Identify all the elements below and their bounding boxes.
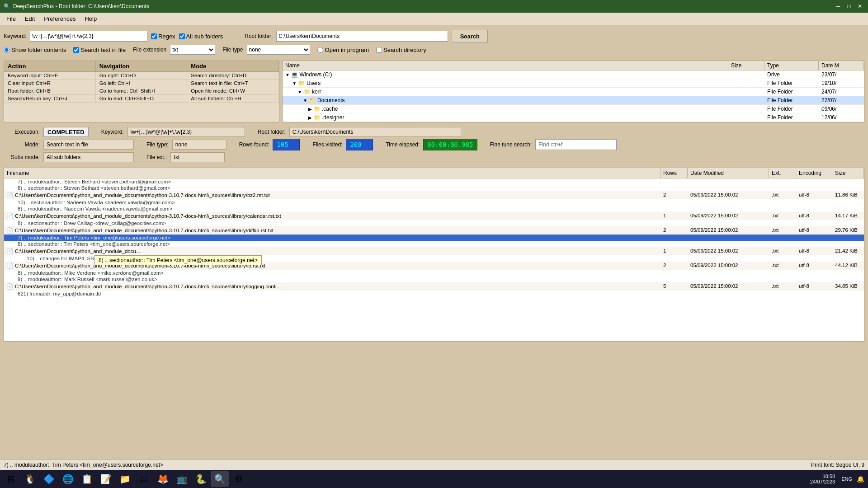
match-row-7[interactable]: 8) .. sectionauthor:: Tim Peters <tim_on… xyxy=(4,241,864,247)
taskbar-app-9[interactable]: 📺 xyxy=(173,471,191,487)
tree-type-cache: File Folder xyxy=(764,105,819,113)
tree-row-users[interactable]: ▼ 📁 Users File Folder 19/10/ xyxy=(283,79,864,88)
taskbar-app-11[interactable]: 🔍 xyxy=(211,471,229,487)
tree-row-documents[interactable]: ▼ 📁 Documents File Folder 22/07/ xyxy=(283,96,864,105)
date-col-header[interactable]: Date M xyxy=(819,61,864,70)
taskbar-app-8[interactable]: 🦊 xyxy=(154,471,172,487)
taskbar-app-4[interactable]: 📋 xyxy=(78,471,96,487)
root-folder-input[interactable] xyxy=(276,31,448,42)
show-folder-label: Show folder contents xyxy=(11,47,66,53)
taskbar-app-7[interactable]: 🗂 xyxy=(135,471,153,487)
match-row-10[interactable]: 9) .. moduleauthor:: Mark Russell <mark.… xyxy=(4,276,864,282)
minimize-button[interactable]: ─ xyxy=(834,2,843,10)
filename-header[interactable]: Filename xyxy=(4,168,660,178)
expand-designer[interactable]: ▶ xyxy=(308,115,312,120)
taskbar-app-3[interactable]: 🌐 xyxy=(59,471,77,487)
tree-row-cache[interactable]: ▶ 📁 .cache File Folder 09/06/ xyxy=(283,105,864,113)
expand-windows[interactable]: ▼ xyxy=(285,72,290,77)
file-row-calendar[interactable]: 📄 C:\Users\kerr\Documents\python_and_mod… xyxy=(4,212,864,220)
search-button[interactable]: Search xyxy=(452,30,488,42)
ext-header[interactable]: Ext. xyxy=(769,168,796,178)
match-row-5[interactable]: 8) .. sectionauthor:: Drew Csillag <drew… xyxy=(4,220,864,226)
expand-users[interactable]: ▼ xyxy=(292,81,297,86)
allsubfolders-checkbox-label[interactable]: All sub folders xyxy=(179,33,223,40)
menu-edit[interactable]: Edit xyxy=(20,14,39,24)
expand-documents[interactable]: ▼ xyxy=(303,98,307,103)
search-text-checkbox-label[interactable]: Search text in file xyxy=(73,47,126,53)
tree-row-designer[interactable]: ▶ 📁 .designer File Folder 12/06/ xyxy=(283,113,864,122)
file-type-select[interactable]: none xyxy=(247,45,310,55)
search-text-checkbox[interactable] xyxy=(73,47,79,53)
keyword-status-label: Keyword: xyxy=(101,129,124,135)
taskbar-app-12[interactable]: ⚙ xyxy=(230,471,248,487)
match-row-3[interactable]: 10) .. sectionauthor:: Nadeem Vawda <nad… xyxy=(4,199,864,206)
files-value: 209 xyxy=(346,139,373,150)
subs-value: All sub folders xyxy=(43,152,134,162)
file-extension-select[interactable]: txt xyxy=(170,45,215,55)
filetree-panel: Name Size Type Date M ▼ 💻 Windows (C:) D… xyxy=(282,61,864,122)
name-col-header[interactable]: Name xyxy=(283,61,728,70)
match-row-1[interactable]: 7) .. moduleauthor:: Steven Bethard <ste… xyxy=(4,178,864,185)
match-row-6[interactable]: 7) .. moduleauthor:: Tim Peters <tim_one… xyxy=(4,235,864,241)
show-folder-contents-radio[interactable]: Show folder contents xyxy=(4,47,66,53)
maximize-button[interactable]: □ xyxy=(844,2,854,10)
match-row-2[interactable]: 8) .. sectionauthor:: Steven Bethard <st… xyxy=(4,185,864,191)
file-path-bz2: 📄 C:\Users\kerr\Documents\python_and_mod… xyxy=(4,191,660,199)
taskbar-notify[interactable]: 🔔 xyxy=(855,475,866,483)
taskbar-app-2[interactable]: 🔷 xyxy=(40,471,58,487)
tree-row-kerr[interactable]: ▼ 📁 kerr File Folder 24/07/ xyxy=(283,88,864,96)
file-rows-calendar: 1 xyxy=(660,212,688,220)
taskbar-app-10[interactable]: 🐍 xyxy=(192,471,210,487)
taskbar-app-5[interactable]: 📝 xyxy=(97,471,115,487)
size-col-header[interactable]: Size xyxy=(728,61,764,70)
results-header: Filename Rows Date Modified Ext. Encodin… xyxy=(4,168,864,178)
close-button[interactable]: ✕ xyxy=(855,2,864,10)
mode-3: Open file mode: Ctrl+W xyxy=(187,87,279,94)
main-content: Keyword: Regex All sub folders Root fold… xyxy=(0,25,868,344)
regex-checkbox-label[interactable]: Regex xyxy=(151,33,175,40)
search-dir-checkbox-label[interactable]: Search directory xyxy=(376,47,426,53)
file-size-bz2: 11.86 KiB xyxy=(832,191,864,199)
open-in-program-radio[interactable]: Open in program xyxy=(317,47,369,53)
menu-file[interactable]: File xyxy=(2,14,20,24)
date-modified-header[interactable]: Date Modified xyxy=(688,168,769,178)
match-row-4[interactable]: 8) .. moduleauthor:: Nadeem Vawda <nadee… xyxy=(4,206,864,212)
match-row-11[interactable]: 621) fromaddr: my_app@domain.tld xyxy=(4,291,864,297)
file-icon-logging: 📄 xyxy=(7,283,13,290)
menu-preferences[interactable]: Preferences xyxy=(39,14,80,24)
taskbar-app-1[interactable]: 🐧 xyxy=(21,471,39,487)
regex-checkbox[interactable] xyxy=(151,33,157,39)
size-header[interactable]: Size xyxy=(832,168,864,178)
file-ext-4: .txt xyxy=(769,247,796,255)
encoding-header[interactable]: Encoding xyxy=(796,168,832,178)
search-dir-checkbox[interactable] xyxy=(376,47,382,53)
mode-2: Search text in file: Ctrl+T xyxy=(187,80,279,87)
action-1: Keyword input: Ctrl+E xyxy=(4,72,96,79)
menu-help[interactable]: Help xyxy=(80,14,101,24)
file-date-calendar: 05/09/2022 15:00:02 xyxy=(688,212,769,220)
tree-row-windows[interactable]: ▼ 💻 Windows (C:) Drive 23/07/ xyxy=(283,70,864,79)
tree-type-windows: Drive xyxy=(764,70,819,79)
file-row-4[interactable]: 📄 C:\Users\kerr\Documents\python_and_mod… xyxy=(4,247,864,255)
taskbar-app-6[interactable]: 📁 xyxy=(116,471,134,487)
expand-cache[interactable]: ▶ xyxy=(308,107,312,112)
expand-kerr[interactable]: ▼ xyxy=(297,89,302,94)
mode-text: Search text in file xyxy=(47,141,88,148)
file-row-difflib[interactable]: 📄 C:\Users\kerr\Documents\python_and_mod… xyxy=(4,226,864,235)
shortcut-row-1: Keyword input: Ctrl+E Go right: Ctrl+O S… xyxy=(4,72,279,80)
rows-header[interactable]: Rows xyxy=(660,168,688,178)
tree-name-designer: ▶ 📁 .designer xyxy=(283,113,728,122)
folder-icon-designer: 📁 xyxy=(314,114,321,121)
time-label: Time elapsed: xyxy=(386,141,420,148)
file-row-logging[interactable]: 📄 C:\Users\kerr\Documents\python_and_mod… xyxy=(4,282,864,291)
finetune-input[interactable] xyxy=(535,139,617,150)
type-col-header[interactable]: Type xyxy=(764,61,819,70)
fileext-text: txt xyxy=(174,154,179,160)
keyword-input[interactable] xyxy=(30,31,147,42)
start-button[interactable]: ⊞ xyxy=(2,471,20,487)
match-row-9[interactable]: 8) .. moduleauthor:: Mike Verdone <mike.… xyxy=(4,270,864,276)
allsubfolders-checkbox[interactable] xyxy=(179,33,185,39)
rows-label: Rows found: xyxy=(239,141,269,148)
time-value: 00:00:00.985 xyxy=(423,139,477,150)
file-row-bz2[interactable]: 📄 C:\Users\kerr\Documents\python_and_mod… xyxy=(4,191,864,199)
